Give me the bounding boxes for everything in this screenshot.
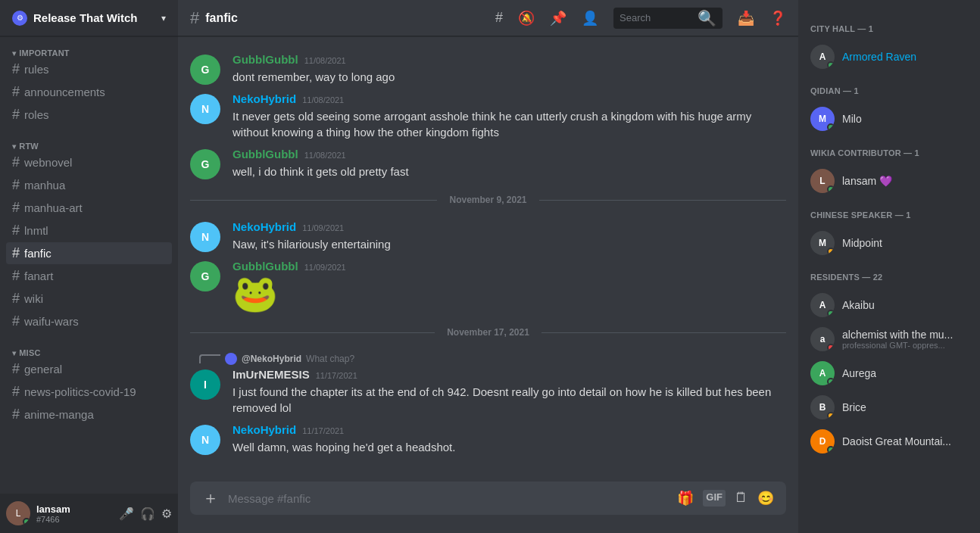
message-header: NekoHybrid 11/09/2021 xyxy=(233,220,786,233)
search-box[interactable]: 🔍 xyxy=(613,8,723,29)
members-icon[interactable]: 👤 xyxy=(582,10,598,26)
message-author[interactable]: GubblGubbl xyxy=(233,53,298,66)
hashtag-icon[interactable]: # xyxy=(495,10,503,26)
reply-line xyxy=(199,354,220,363)
message-content: GubblGubbl 11/09/2021 🐸 xyxy=(233,260,786,312)
date-label: November 17, 2021 xyxy=(435,327,541,338)
channel-item-webnovel[interactable]: #webnovel xyxy=(6,151,172,173)
add-attachment-icon[interactable]: ＋ xyxy=(202,487,219,510)
search-input[interactable] xyxy=(620,12,698,23)
message-author[interactable]: NekoHybrid xyxy=(233,220,296,233)
member-status-online xyxy=(827,123,835,131)
channel-item-roles[interactable]: #roles xyxy=(6,104,172,126)
member-item[interactable]: M Midpoint xyxy=(804,226,974,260)
member-name: Armored Raven xyxy=(842,51,916,63)
gif-icon[interactable]: GIF xyxy=(703,490,726,507)
mute-icon[interactable]: 🎤 xyxy=(119,507,134,521)
emoji-content: 🐸 xyxy=(233,276,786,312)
server-icon: ⚙ xyxy=(12,11,27,26)
member-item[interactable]: a alchemist with the mu... professional … xyxy=(804,323,974,356)
member-section-label: RESIDENTS — 22 xyxy=(804,260,974,288)
channel-label: announcements xyxy=(24,86,105,98)
deafen-icon[interactable]: 🎧 xyxy=(140,507,155,521)
member-item[interactable]: L lansam 💜 xyxy=(804,164,974,198)
message-header: GubblGubbl 11/08/2021 xyxy=(233,53,786,66)
hash-icon: # xyxy=(12,61,20,77)
channel-item-lnmtl[interactable]: #lnmtl xyxy=(6,220,172,242)
member-item[interactable]: B Brice xyxy=(804,391,974,424)
member-name: Midpoint xyxy=(842,237,882,249)
member-item[interactable]: M Milo xyxy=(804,102,974,136)
message-timestamp: 11/09/2021 xyxy=(304,263,346,272)
avatar: N xyxy=(190,94,220,124)
member-avatar: A xyxy=(810,45,835,69)
channel-section-important: IMPORTANT#rules#announcements#roles xyxy=(0,36,178,129)
channel-label: wiki xyxy=(24,292,43,305)
message-author[interactable]: GubblGubbl xyxy=(233,260,298,273)
member-item[interactable]: A Aurega xyxy=(804,357,974,390)
sticker-icon[interactable]: 🗒 xyxy=(735,490,748,507)
avatar: N xyxy=(190,222,220,252)
settings-icon[interactable]: ⚙ xyxy=(161,507,172,521)
member-status-online xyxy=(827,185,835,193)
section-label[interactable]: MISC xyxy=(6,348,172,357)
message-input[interactable] xyxy=(228,485,668,513)
channel-item-general[interactable]: #general xyxy=(6,358,172,380)
channel-item-fanfic[interactable]: #fanfic xyxy=(6,242,172,264)
section-label[interactable]: RTW xyxy=(6,142,172,151)
channel-item-news-politics-covid-19[interactable]: #news-politics-covid-19 xyxy=(6,381,172,403)
inbox-icon[interactable]: 📥 xyxy=(738,10,754,26)
sidebar: ⚙ Release That Witch ▾ IMPORTANT#rules#a… xyxy=(0,0,178,533)
gift-icon[interactable]: 🎁 xyxy=(677,490,694,507)
channel-item-anime-manga[interactable]: #anime-manga xyxy=(6,404,172,425)
member-item[interactable]: A Akaibu xyxy=(804,288,974,322)
help-icon[interactable]: ❓ xyxy=(769,10,786,26)
channel-item-announcements[interactable]: #announcements xyxy=(6,81,172,103)
channel-item-manhua-art[interactable]: #manhua-art xyxy=(6,197,172,219)
member-name: alchemist with the mu... xyxy=(842,329,953,341)
section-label[interactable]: IMPORTANT xyxy=(6,48,172,58)
channel-item-wiki[interactable]: #wiki xyxy=(6,288,172,310)
message-with-reply: @NekoHybrid What chap? I ImUrNEMESIS 11/… xyxy=(190,353,786,416)
member-name: lansam 💜 xyxy=(842,175,892,187)
hash-icon: # xyxy=(12,84,20,100)
member-status-idle xyxy=(827,412,835,419)
hash-icon: # xyxy=(12,268,20,284)
message-author[interactable]: NekoHybrid xyxy=(233,423,296,436)
channel-name: fanfic xyxy=(205,11,238,25)
message-author[interactable]: NekoHybrid xyxy=(233,92,296,105)
message-timestamp: 11/08/2021 xyxy=(304,151,346,160)
member-item[interactable]: D Daoist Great Mountai... xyxy=(804,425,974,458)
member-item[interactable]: A Armored Raven xyxy=(804,40,974,73)
server-header[interactable]: ⚙ Release That Witch ▾ xyxy=(0,0,178,36)
emoji-icon[interactable]: 😊 xyxy=(757,490,774,507)
channel-item-fanart[interactable]: #fanart xyxy=(6,265,172,287)
avatar: G xyxy=(190,261,220,291)
channel-list: IMPORTANT#rules#announcements#rolesRTW#w… xyxy=(0,36,178,494)
member-name-wrap: Midpoint xyxy=(842,237,882,249)
reply-text: What chap? xyxy=(306,354,354,364)
pin-icon[interactable]: 📌 xyxy=(550,10,566,26)
hash-icon: # xyxy=(12,245,20,261)
member-sub: professional GMT- oppres... xyxy=(842,341,953,350)
current-user-avatar: L xyxy=(6,501,30,525)
avatar: G xyxy=(190,55,220,85)
search-icon: 🔍 xyxy=(698,9,716,27)
avatar: N xyxy=(190,425,220,455)
member-name-wrap: Armored Raven xyxy=(842,51,916,63)
member-name-wrap: alchemist with the mu... professional GM… xyxy=(842,329,953,350)
channel-item-waifu-wars[interactable]: #waifu-wars xyxy=(6,310,172,332)
channel-item-rules[interactable]: #rules xyxy=(6,58,172,80)
member-status-online xyxy=(827,446,835,454)
channel-label: manhua-art xyxy=(24,201,83,214)
channel-item-manhua[interactable]: #manhua xyxy=(6,174,172,196)
member-name: Milo xyxy=(842,113,862,125)
channel-title: # fanfic xyxy=(190,8,238,28)
hash-icon: # xyxy=(12,200,20,216)
header-actions: # 🔕 📌 👤 🔍 📥 ❓ xyxy=(495,8,786,29)
message-author[interactable]: ImUrNEMESIS xyxy=(233,368,310,381)
message-content: GubblGubbl 11/08/2021 well, i do think i… xyxy=(233,148,786,179)
server-name: Release That Witch xyxy=(33,11,161,24)
message-author[interactable]: GubblGubbl xyxy=(233,148,298,161)
bell-mute-icon[interactable]: 🔕 xyxy=(518,10,535,26)
